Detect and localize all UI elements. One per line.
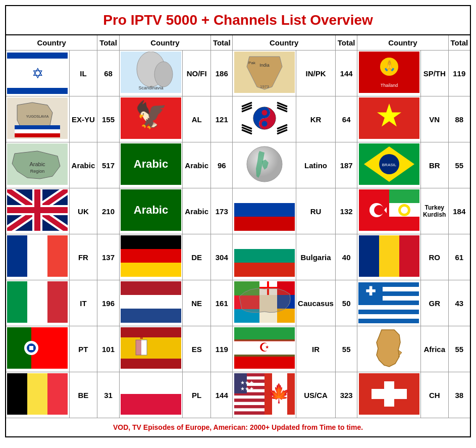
flag-arabic-green2: Arabic [119, 188, 183, 234]
total-arabic3: 173 [211, 188, 233, 234]
svg-rect-111 [234, 355, 295, 369]
svg-rect-114 [234, 355, 295, 357]
code-africa: Africa [420, 326, 448, 372]
total-ro: 61 [448, 234, 470, 280]
svg-rect-129 [234, 395, 265, 399]
flag-gr: ✚ [357, 280, 421, 326]
svg-text:♛: ♛ [139, 333, 144, 340]
svg-text:Thailand: Thailand [380, 83, 398, 88]
flag-fr [6, 234, 69, 280]
svg-text:☪: ☪ [259, 340, 270, 354]
svg-text:★★★: ★★★ [240, 386, 254, 391]
svg-rect-83 [27, 281, 47, 323]
total-pl: 144 [211, 372, 233, 418]
svg-rect-15 [15, 129, 60, 133]
flag-il: ✡ [6, 51, 69, 96]
svg-rect-71 [27, 235, 47, 277]
svg-rect-134 [234, 412, 265, 415]
svg-rect-119 [121, 373, 181, 394]
svg-rect-79 [359, 235, 379, 277]
flag-turkey-kurdish [357, 188, 421, 234]
svg-rect-131 [234, 402, 265, 405]
code-nofi: NO/FI [183, 51, 211, 96]
flag-exyu: YUGOSLAVIA [6, 96, 69, 142]
svg-point-2 [154, 62, 173, 87]
code-ro: RO [420, 234, 448, 280]
svg-text:Pak: Pak [248, 61, 256, 65]
header-total-1: Total [97, 35, 119, 51]
total-spth: 119 [448, 51, 470, 96]
total-br: 55 [448, 142, 470, 188]
total-es: 119 [211, 326, 233, 372]
total-turkey-kurdish: 184 [448, 188, 470, 234]
svg-rect-105 [121, 359, 181, 369]
code-arabic1: Arabic [69, 142, 97, 188]
svg-text:Arabic: Arabic [134, 158, 168, 170]
code-it: IT [69, 280, 97, 326]
flag-be [6, 372, 69, 418]
code-gr: GR [420, 280, 448, 326]
total-be: 31 [97, 372, 119, 418]
svg-rect-133 [234, 408, 265, 411]
svg-rect-109 [234, 327, 295, 341]
total-al: 121 [211, 96, 233, 142]
svg-rect-75 [121, 263, 181, 277]
flag-bulgaria [233, 234, 296, 280]
code-turkey-kurdish: Turkey Kurdish [420, 188, 448, 234]
code-bulgaria: Bulgaria [296, 234, 336, 280]
total-bulgaria: 40 [335, 234, 357, 280]
total-arabic2: 96 [211, 142, 233, 188]
svg-rect-85 [121, 281, 181, 295]
table-row: ✡ IL 68 Scandinavia NO/FI 186 [6, 51, 470, 96]
svg-rect-16 [15, 133, 60, 137]
svg-rect-113 [234, 339, 295, 341]
svg-rect-65 [389, 189, 419, 203]
code-uk: UK [69, 188, 97, 234]
svg-point-63 [374, 205, 384, 215]
total-latino: 187 [335, 142, 357, 188]
total-caucasus: 50 [335, 280, 357, 326]
table-row: Arabic Region Arabic 517 Arabic Arabic 9… [6, 142, 470, 188]
flag-uk [6, 188, 69, 234]
svg-rect-118 [47, 373, 68, 415]
header-total-4: Total [448, 35, 470, 51]
code-vn: VN [420, 96, 448, 142]
flag-kr [233, 96, 296, 142]
total-ir: 55 [335, 326, 357, 372]
svg-text:★★★: ★★★ [240, 380, 254, 385]
svg-text:🦅: 🦅 [135, 99, 168, 130]
table-row: PT 101 ♛ ES 119 [6, 326, 470, 372]
code-arabic3: Arabic [183, 188, 211, 234]
svg-text:YUGOSLAVIA: YUGOSLAVIA [26, 115, 49, 118]
total-kr: 64 [335, 96, 357, 142]
flag-it [6, 280, 69, 326]
flag-de [119, 234, 183, 280]
code-pt: PT [69, 326, 97, 372]
total-pt: 101 [97, 326, 119, 372]
code-de: DE [183, 234, 211, 280]
svg-text:India: India [259, 63, 270, 68]
svg-rect-80 [379, 235, 399, 277]
table-row: YUGOSLAVIA EX-YU 155 🦅 [6, 96, 470, 142]
total-ch: 38 [448, 372, 470, 418]
header-total-2: Total [211, 35, 233, 51]
code-ne: NE [183, 280, 211, 326]
svg-rect-144 [372, 389, 407, 399]
svg-rect-70 [7, 235, 27, 277]
svg-rect-117 [27, 373, 47, 415]
total-vn: 88 [448, 96, 470, 142]
footer-text: VOD, TV Episodes of Europe, American: 20… [6, 418, 470, 437]
svg-rect-104 [121, 337, 181, 359]
header-country-4: Country [357, 35, 448, 51]
svg-text:Arabic: Arabic [134, 204, 168, 216]
total-ru: 132 [335, 188, 357, 234]
svg-text:🍁: 🍁 [267, 382, 290, 404]
svg-rect-103 [121, 327, 181, 337]
flag-al: 🦅 [119, 96, 183, 142]
channels-table: Country Total Country Total Country Tota… [5, 34, 471, 437]
code-kr: KR [296, 96, 336, 142]
total-fr: 137 [97, 234, 119, 280]
flag-inpk: India Pak 1973 [233, 51, 296, 96]
code-latino: Latino [296, 142, 336, 188]
svg-text:1973: 1973 [260, 84, 269, 89]
